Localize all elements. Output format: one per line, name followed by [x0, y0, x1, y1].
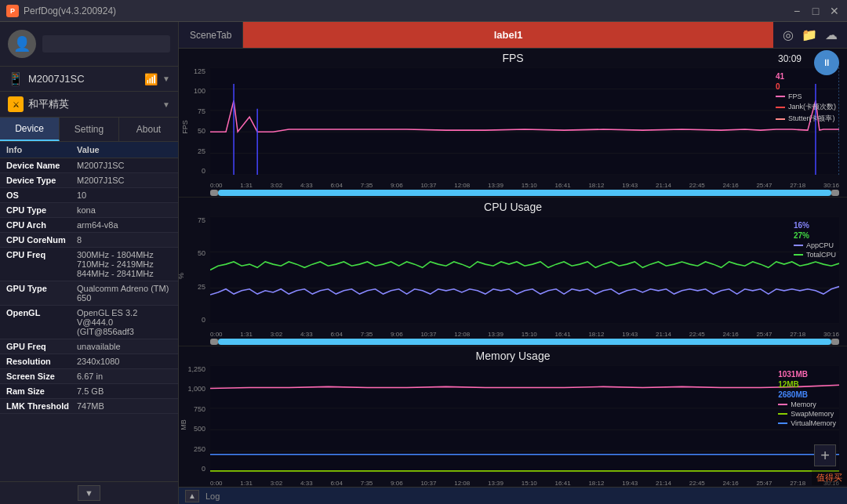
jank-color-indicator	[776, 107, 785, 108]
info-row: CPU CoreNum8	[0, 233, 178, 248]
cpu-y-unit: %	[179, 272, 185, 278]
info-row: LMK Threshold747MB	[0, 399, 178, 414]
info-val: unavailable	[77, 342, 172, 351]
game-section[interactable]: ⚔ 和平精英 ▼	[0, 92, 178, 118]
tab-device[interactable]: Device	[0, 118, 60, 141]
fps-timestamp: 30:09	[778, 53, 802, 64]
user-name-box	[42, 35, 170, 53]
device-name-label: M2007J1SC	[28, 73, 140, 85]
right-content: SceneTab label1 ◎ 📁 ☁ FPS 30:09 ⏸ 125 10…	[179, 22, 847, 504]
info-val: M2007J1SC	[77, 176, 172, 185]
info-val: OpenGL ES 3.2 V@444.0 (GIT@856adf3	[77, 308, 172, 336]
info-key: Screen Size	[6, 372, 77, 381]
fps-chart-title: FPS	[179, 49, 847, 64]
game-name-label: 和平精英	[28, 97, 158, 111]
tab-about[interactable]: About	[119, 118, 178, 141]
title-bar: P PerfDog(v4.3.200924) − □ ✕	[0, 0, 847, 22]
user-section: 👤	[0, 22, 178, 67]
info-row: GPU TypeQualcomm Adreno (TM) 650	[0, 281, 178, 306]
close-button[interactable]: ✕	[828, 5, 841, 17]
log-label: Log	[205, 491, 220, 501]
cpu-legend-total: TotalCPU	[794, 251, 836, 259]
cpu-scrollbar-handle-left[interactable]	[210, 339, 218, 345]
info-row: CPU Freq300MHz - 1804MHz 710MHz - 2419MH…	[0, 248, 178, 281]
game-dropdown-arrow[interactable]: ▼	[162, 100, 170, 109]
memory-y-unit: MB	[180, 419, 187, 430]
avatar: 👤	[8, 30, 36, 58]
target-icon[interactable]: ◎	[783, 27, 794, 42]
cpu-legend-app: AppCPU	[794, 241, 836, 249]
memory-chart-area	[210, 365, 839, 473]
tab-setting[interactable]: Setting	[60, 118, 119, 141]
fps-scrollbar-thumb[interactable]	[218, 190, 831, 196]
device-info-table: Info Value Device NameM2007J1SCDevice Ty…	[0, 142, 178, 481]
cpu-legend: 16% 27% AppCPU TotalCPU	[794, 221, 836, 259]
fps-scrollbar-handle-right[interactable]	[831, 190, 839, 196]
cpu-chart-section: CPU Usage 75 50 25 0 %	[179, 198, 847, 346]
cpu-chart-title: CPU Usage	[179, 198, 847, 213]
sidebar-bottom: ▼	[0, 481, 178, 504]
cpu-app-value: 16%	[794, 221, 836, 230]
virtual-color-indicator	[778, 422, 787, 424]
info-row: Device NameM2007J1SC	[0, 158, 178, 173]
info-val: 300MHz - 1804MHz 710MHz - 2419MHz 844MHz…	[77, 250, 172, 278]
info-val: Qualcomm Adreno (TM) 650	[77, 284, 172, 303]
memory-chart-title: Memory Usage	[179, 346, 847, 362]
label1-bar: label1	[243, 22, 773, 48]
window-title: PerfDog(v4.3.200924)	[24, 5, 116, 16]
app-icon: P	[6, 5, 19, 17]
info-key: CPU Arch	[6, 220, 77, 230]
folder-icon[interactable]: 📁	[802, 27, 817, 42]
info-val: 10	[77, 190, 172, 200]
memory-x-labels: 0:00 1:31 3:02 4:33 6:04 7:35 9:06 10:37…	[210, 480, 839, 487]
fps-color-indicator	[776, 96, 785, 97]
restore-button[interactable]: □	[809, 5, 822, 17]
fps-legend-stutter: Stutter(卡顿率)	[776, 114, 836, 124]
fps-y-unit: FPS	[181, 120, 189, 134]
window-controls: − □ ✕	[791, 5, 841, 17]
info-val: 2340x1080	[77, 357, 172, 366]
log-bar: ▲ Log	[179, 487, 847, 504]
memory-virtual-value: 2680MB	[778, 390, 836, 399]
cpu-scrollbar[interactable]	[210, 339, 839, 345]
watermark: 值得买	[812, 470, 847, 485]
add-chart-button[interactable]: +	[814, 444, 836, 466]
info-key: LMK Threshold	[6, 401, 77, 411]
fps-x-labels: 0:00 1:31 3:02 4:33 6:04 7:35 9:06 10:37…	[210, 182, 839, 189]
fps-legend-jank: Jank(卡顿次数)	[776, 102, 836, 112]
cloud-icon[interactable]: ☁	[825, 27, 838, 42]
sidebar: 👤 📱 M2007J1SC 📶 ▼ ⚔ 和平精英 ▼ Device Settin…	[0, 22, 179, 504]
memory-chart-svg	[210, 365, 839, 473]
cpu-scrollbar-handle-right[interactable]	[831, 339, 839, 345]
memory-legend-mem: Memory	[778, 401, 836, 408]
device-section[interactable]: 📱 M2007J1SC 📶 ▼	[0, 67, 178, 92]
info-key: GPU Freq	[6, 342, 77, 351]
fps-legend: 41 0 FPS Jank(卡顿次数) Stutt	[776, 72, 836, 124]
info-col-info: Info	[6, 145, 77, 154]
totalcpu-color-indicator	[794, 254, 803, 256]
info-val: 8	[77, 235, 172, 245]
minimize-button[interactable]: −	[791, 5, 803, 17]
info-row: Resolution2340x1080	[0, 354, 178, 369]
charts-container[interactable]: FPS 30:09 ⏸ 125 100 75 50 25 0 FPS	[179, 49, 847, 487]
game-icon: ⚔	[8, 96, 24, 112]
cpu-x-labels: 0:00 1:31 3:02 4:33 6:04 7:35 9:06 10:37…	[210, 331, 839, 338]
info-row: Ram Size7.5 GB	[0, 384, 178, 399]
main-layout: 👤 📱 M2007J1SC 📶 ▼ ⚔ 和平精英 ▼ Device Settin…	[0, 22, 847, 504]
cpu-scrollbar-thumb[interactable]	[218, 339, 831, 345]
info-val: M2007J1SC	[77, 161, 172, 170]
fps-chart-area	[210, 67, 839, 175]
log-expand-button[interactable]: ▲	[185, 490, 199, 502]
info-key: CPU CoreNum	[6, 235, 77, 245]
fps-scrollbar-handle-left[interactable]	[210, 190, 218, 196]
info-col-value: Value	[77, 145, 100, 154]
scene-tab[interactable]: SceneTab	[179, 22, 243, 48]
device-dropdown-arrow[interactable]: ▼	[162, 74, 170, 83]
info-row: Screen Size6.67 in	[0, 369, 178, 384]
sidebar-expand-button[interactable]: ▼	[78, 485, 100, 501]
info-row: Device TypeM2007J1SC	[0, 173, 178, 188]
fps-scrollbar[interactable]	[210, 190, 839, 196]
cpu-total-value: 27%	[794, 231, 836, 240]
pause-button[interactable]: ⏸	[814, 50, 839, 75]
info-val: 747MB	[77, 401, 172, 411]
